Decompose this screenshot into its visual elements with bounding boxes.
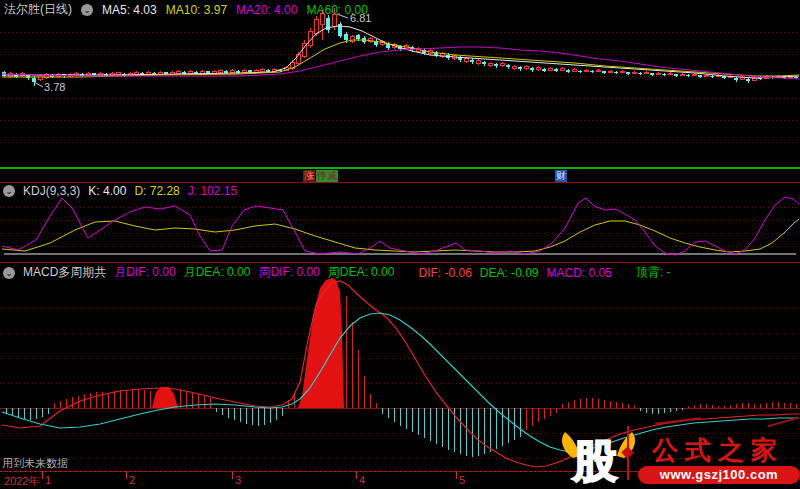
watermark-decor-line xyxy=(767,417,798,428)
macd-divergence-value: 顶背: - xyxy=(636,264,671,281)
watermark-url: www.gszj100.com xyxy=(638,466,800,484)
future-data-notice: 用到未来数据 xyxy=(2,456,68,471)
macd-panel-header: ⌄ MACD多周期共 月DIF: 0.00 月DEA: 0.00 周DIF: 0… xyxy=(3,264,671,281)
axis-month-label: 2 xyxy=(129,474,135,486)
macd-title: MACD多周期共 xyxy=(23,264,106,281)
macd-hist-value: MACD: 0.05 xyxy=(547,266,612,280)
stock-title: 法尔胜(日线) xyxy=(4,1,72,18)
macd-dea-value: DEA: -0.09 xyxy=(480,266,539,280)
macd-week-dea: 周DEA: 0.00 xyxy=(328,264,395,281)
chevron-down-icon[interactable]: ⌄ xyxy=(3,267,15,279)
chevron-down-icon[interactable]: ⌄ xyxy=(3,185,15,197)
chevron-down-icon[interactable]: ⌄ xyxy=(81,4,93,16)
watermark-decor-line xyxy=(655,417,701,425)
kdj-k-value: K: 4.00 xyxy=(88,184,126,198)
watermark: 股 公式之家 www.gszj100.com xyxy=(555,418,800,489)
ma20-value: MA20: 4.00 xyxy=(236,3,297,17)
main-chart-canvas[interactable]: 6.813.78 xyxy=(0,0,800,183)
bull-logo-char: 股 xyxy=(573,432,617,489)
watermark-brand: 公式之家 xyxy=(639,433,797,468)
axis-month-label: 3 xyxy=(235,474,241,486)
macd-dif-value: DIF: -0.06 xyxy=(418,266,471,280)
stock-terminal: 6.813.78 法尔胜(日线) ⌄ MA5: 4.03 MA10: 3.97 … xyxy=(0,0,800,489)
kdj-d-value: D: 72.28 xyxy=(134,184,179,198)
axis-month-label: 4 xyxy=(359,474,365,486)
axis-month-label: 5 xyxy=(459,474,465,486)
ma10-value: MA10: 3.97 xyxy=(166,3,227,17)
signal-tag-zhang: 涨 xyxy=(303,170,315,182)
kdj-panel-header: ⌄ KDJ(9,3,3) K: 4.00 D: 72.28 J: 102.15 xyxy=(3,184,237,198)
main-panel-header: 法尔胜(日线) ⌄ MA5: 4.03 MA10: 3.97 MA20: 4.0… xyxy=(4,1,368,18)
axis-year-label: 2022年 xyxy=(4,474,39,489)
signal-tag-tingjian: 停减 xyxy=(316,170,338,182)
ma60-value: MA60: 0.00 xyxy=(306,3,367,17)
svg-text:3.78: 3.78 xyxy=(44,81,65,93)
ma5-value: MA5: 4.03 xyxy=(102,3,157,17)
kdj-j-value: J: 102.15 xyxy=(188,184,237,198)
macd-month-dif: 月DIF: 0.00 xyxy=(114,264,175,281)
kdj-title: KDJ(9,3,3) xyxy=(23,184,80,198)
macd-month-dea: 月DEA: 0.00 xyxy=(184,264,251,281)
signal-tag-cai: 财 xyxy=(555,170,567,182)
macd-week-dif: 周DIF: 0.00 xyxy=(258,264,319,281)
axis-month-label: 1 xyxy=(45,474,51,486)
